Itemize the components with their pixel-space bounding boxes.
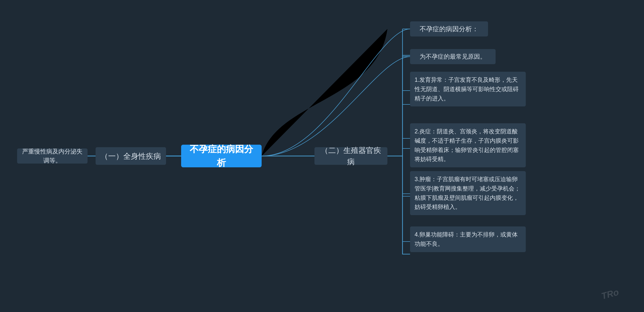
- tumor-label: 3.肿瘤：子宫肌瘤有时可堵塞或压迫输卵管医学|教育网搜集整理，减少受孕机会；粘膜…: [415, 175, 521, 212]
- node-center: 不孕症的病因分析: [181, 145, 262, 167]
- node-most-common: 为不孕症的最常见原因。: [410, 49, 496, 64]
- node-system-disease: （一）全身性疾病: [96, 147, 166, 165]
- node-severe-disease: 严重慢性病及内分泌失调等。: [17, 148, 88, 164]
- dev-abnormal-label: 1.发育异常：子宫发育不良及畸形，先天性无阴道、阴道横膈等可影响性交或阻碍精子的…: [415, 75, 521, 103]
- watermark-text: TRo: [600, 287, 620, 301]
- node-cause-title: 不孕症的病因分析：: [410, 21, 488, 36]
- most-common-label: 为不孕症的最常见原因。: [420, 52, 486, 61]
- node-ovary: 4.卵巢功能障碍：主要为不排卵，或黄体功能不良。: [410, 226, 526, 252]
- cause-title-label: 不孕症的病因分析：: [420, 24, 478, 34]
- node-dev-abnormal: 1.发育异常：子宫发育不良及畸形，先天性无阴道、阴道横膈等可影响性交或阻碍精子的…: [410, 72, 526, 106]
- node-tumor: 3.肿瘤：子宫肌瘤有时可堵塞或压迫输卵管医学|教育网搜集整理，减少受孕机会；粘膜…: [410, 171, 526, 215]
- severe-disease-label: 严重慢性病及内分泌失调等。: [22, 147, 83, 165]
- watermark: TRo: [600, 287, 620, 302]
- repro-disease-label: （二）生殖器官疾病: [319, 145, 382, 167]
- inflammation-label: 2.炎症：阴道炎、宫颈炎，将改变阴道酸碱度，不适于精子生存，子宫内膜炎可影响受精…: [415, 127, 521, 164]
- ovary-label: 4.卵巢功能障碍：主要为不排卵，或黄体功能不良。: [415, 230, 521, 249]
- node-inflammation: 2.炎症：阴道炎、宫颈炎，将改变阴道酸碱度，不适于精子生存，子宫内膜炎可影响受精…: [410, 123, 526, 167]
- center-label: 不孕症的病因分析: [186, 142, 257, 170]
- system-disease-label: （一）全身性疾病: [101, 150, 161, 162]
- node-repro-disease: （二）生殖器官疾病: [314, 147, 387, 165]
- mind-map-container: 严重慢性病及内分泌失调等。 （一）全身性疾病 不孕症的病因分析 （二）生殖器官疾…: [0, 0, 644, 312]
